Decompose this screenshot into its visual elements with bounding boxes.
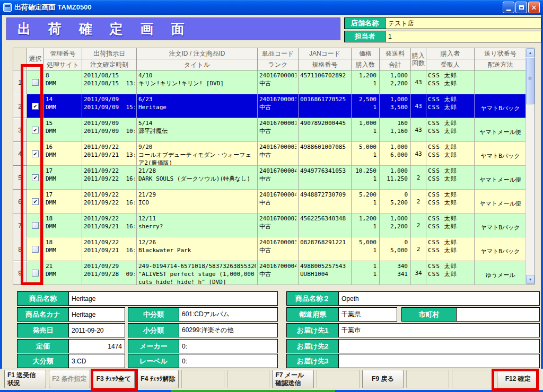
field-dai-bunrui[interactable]: 3:CD	[69, 354, 125, 368]
field-maker[interactable]: 0:	[179, 340, 277, 353]
field-otodokesaki1[interactable]: 千葉市	[339, 324, 539, 337]
f7-button[interactable]: F7 メール確認送信	[272, 370, 314, 388]
field-todofuken[interactable]: 千葉県	[339, 308, 397, 321]
jan-cell-line1: 4948872730709	[300, 191, 349, 199]
close-icon: ✕	[531, 4, 537, 12]
table-row[interactable]: 18DMM2011/08/152011/08/15 13:114/10キリン!キ…	[13, 70, 526, 94]
col-order: 注文ID / 注文商品ID タイトル	[137, 48, 258, 70]
header-corner	[13, 48, 27, 70]
minimize-button[interactable]	[503, 2, 514, 13]
field-label-field[interactable]: 0:	[179, 354, 277, 368]
scroll-down-icon[interactable]: ▼	[526, 275, 535, 284]
f9-button[interactable]: F9 戻る	[362, 370, 404, 388]
code-cell-line2: 中古	[259, 103, 296, 111]
f1-label-1: 状況	[7, 379, 20, 387]
field-teika[interactable]: 1474	[69, 340, 125, 353]
close-button[interactable]: ✕	[528, 2, 540, 13]
buyer-cell-line1: CSS 太郎	[428, 191, 472, 199]
order-cell-line1: 12/11	[138, 215, 256, 222]
order-cell: 12/26Blackwater Park	[137, 237, 258, 261]
staff-field[interactable]: 1	[386, 31, 541, 42]
maximize-button[interactable]	[515, 2, 527, 13]
row-number[interactable]: 8	[13, 237, 27, 261]
row-checkbox[interactable]: ✔	[32, 127, 39, 133]
field-shichoson[interactable]	[457, 308, 539, 321]
order-cell-line2: Heritage	[138, 103, 256, 111]
function-slot-empty	[406, 370, 449, 388]
invoice-cell	[475, 70, 526, 94]
field-sho-bunrui[interactable]: 60299:洋楽その他	[179, 324, 277, 337]
buyer-cell-line1: CSS 太郎	[428, 262, 472, 270]
fee-cell-line1: 160	[381, 119, 408, 127]
table-row[interactable]: 818DMM2011/09/222011/09/21 16:4612/26Bla…	[13, 237, 526, 261]
date-cell-line2: 2011/09/21 16:46	[84, 246, 135, 254]
field-otodokesaki2[interactable]	[339, 340, 539, 353]
f12-button[interactable]: F12 確定	[497, 370, 539, 388]
row-number[interactable]: 3	[13, 118, 27, 142]
row-checkbox[interactable]: ✔	[32, 174, 39, 181]
row-checkbox[interactable]: ✔	[32, 150, 39, 157]
row-checkbox[interactable]	[32, 270, 39, 277]
table-row[interactable]: 4✔16DMM2011/09/222011/09/21 13:119/20コール…	[13, 142, 526, 166]
invoice-cell-line2: ヤマトBパック	[476, 247, 524, 255]
field-shohin-kana[interactable]: Heritage	[69, 308, 125, 321]
table-row[interactable]: 718DMM2011/09/222011/09/21 16:4612/11she…	[13, 213, 526, 237]
table-row[interactable]: 3✔15DMM2011/09/092011/09/09 10:435/14源平討…	[13, 118, 526, 142]
jan-cell: 0016861770525	[299, 94, 352, 118]
kanri-cell-line1: 17	[46, 191, 80, 199]
vertical-scrollbar[interactable]: ▲ ▼	[526, 48, 535, 284]
order-cell-line2: ICO	[138, 199, 256, 207]
row-number[interactable]: 9	[13, 261, 27, 285]
code-cell-line1: 240167000042	[259, 262, 296, 270]
code-cell-line2: 中古	[259, 175, 296, 183]
row-number[interactable]: 5	[13, 166, 27, 190]
row-number[interactable]: 1	[13, 70, 27, 94]
table-row[interactable]: 5✔17DMM2011/09/222011/09/22 16:3221/28DA…	[13, 166, 526, 190]
table-row[interactable]: 2✔14DMM2011/09/092011/09/09 15:236/23Her…	[13, 94, 526, 118]
table-row[interactable]: 921DMM2011/09/292011/09/28 09:35249-0194…	[13, 261, 526, 285]
code-cell: 240167000042中古	[258, 261, 299, 285]
f4-button[interactable]: F4 ﾁｪｯｸ解除	[137, 370, 179, 388]
invoice-cell-line1	[476, 191, 524, 199]
code-cell-line1: 240167000040	[259, 167, 296, 175]
field-chu-bunrui[interactable]: 601:CDアルバム	[179, 308, 277, 321]
scroll-up-icon[interactable]: ▲	[526, 48, 535, 57]
field-shohin-meisho[interactable]: Heritage	[69, 292, 277, 305]
f1-button[interactable]: F1 送受信状況	[4, 370, 46, 388]
jan-cell: 4988005257543UUBH1004	[299, 261, 352, 285]
field-otodokesaki3[interactable]	[339, 354, 539, 368]
row-checkbox[interactable]	[32, 222, 39, 229]
row-number[interactable]: 7	[13, 213, 27, 237]
scrollbar-thumb[interactable]	[526, 58, 535, 104]
code-cell-line2: 中古	[259, 79, 296, 87]
jan-cell-line2	[300, 151, 349, 159]
f2-button[interactable]: F2 条件指定	[49, 370, 91, 388]
kanri-cell: 15DMM	[44, 118, 82, 142]
code-cell-line1: 240167000019	[259, 119, 296, 127]
store-name-field[interactable]: テスト店	[386, 18, 541, 29]
kanri-cell-line1: 8	[46, 72, 80, 79]
app-window: 出荷確定画面 TAMZ0500 ✕ 出 荷 確 定 画 面 店舗名称 テスト店 …	[0, 0, 543, 392]
date-cell: 2011/08/152011/08/15 13:11	[82, 70, 137, 94]
row-checkbox[interactable]	[32, 246, 39, 253]
row-number[interactable]: 4	[13, 142, 27, 166]
code-cell: 240167000037中古	[258, 94, 299, 118]
table-row[interactable]: 6✔17DMM2011/09/222011/09/22 16:3221/29IC…	[13, 190, 526, 213]
field-shohin-meisho2[interactable]: Opeth	[339, 292, 539, 305]
invoice-cell-line1	[476, 215, 524, 222]
row-number[interactable]: 6	[13, 190, 27, 213]
row-checkbox[interactable]	[32, 79, 39, 86]
row-checkbox[interactable]: ✔	[32, 198, 39, 205]
field-hatsubaibi[interactable]: 2011-09-20	[69, 324, 125, 337]
row-checkbox[interactable]: ✔	[32, 103, 39, 110]
times-value: 43	[415, 150, 422, 158]
row-number[interactable]: 2	[13, 94, 27, 118]
fee-cell: 1,00011,250	[380, 166, 411, 190]
detail-label-otodokesaki3: お届け先3	[287, 354, 339, 368]
order-cell-line1: 12/26	[138, 238, 256, 246]
detail-label-shichoson: 市町村	[402, 308, 457, 321]
code-cell: 240167000019中古	[258, 118, 299, 142]
times-cell: 34	[411, 261, 426, 285]
f3-button[interactable]: F3 ﾁｪｯｸ全て	[93, 370, 135, 388]
date-cell-line2: 2011/09/21 13:11	[84, 151, 135, 159]
